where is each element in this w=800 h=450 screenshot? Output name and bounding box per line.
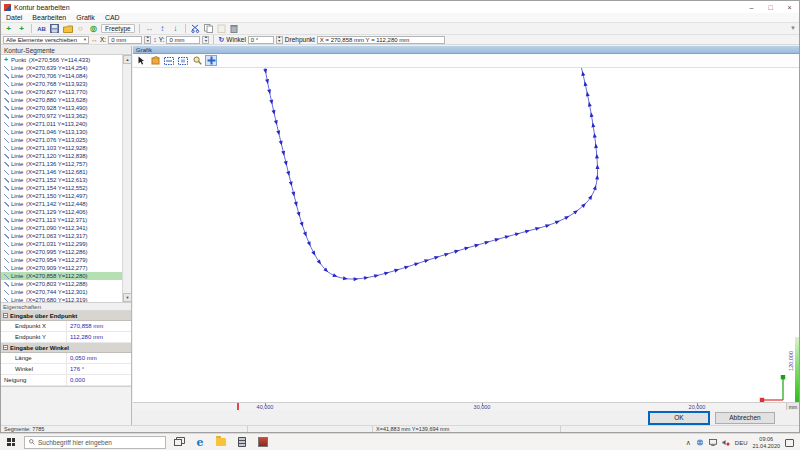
- segment-row[interactable]: Linie (X=270,858 Y=112,280): [1, 272, 122, 280]
- close-button[interactable]: ×: [780, 1, 799, 13]
- action-center-icon[interactable]: [785, 439, 794, 447]
- segment-row[interactable]: Linie (X=271,146 Y=112,681): [1, 168, 122, 176]
- freetype-button[interactable]: Freetype: [101, 24, 135, 33]
- segment-row[interactable]: Linie (X=271,136 Y=112,757): [1, 160, 122, 168]
- segment-row[interactable]: Linie (X=270,706 Y=114,084): [1, 72, 122, 80]
- y-stepper[interactable]: ▲▼: [202, 36, 209, 44]
- segment-row[interactable]: Linie (X=271,090 Y=112,341): [1, 224, 122, 232]
- segment-row[interactable]: Linie (X=271,063 Y=112,317): [1, 232, 122, 240]
- save-icon[interactable]: [49, 24, 60, 34]
- segment-row[interactable]: Linie (X=270,827 Y=113,770): [1, 88, 122, 96]
- volume-muted-icon[interactable]: [722, 439, 730, 446]
- segment-row[interactable]: Linie (X=270,768 Y=113,923): [1, 80, 122, 88]
- target-icon[interactable]: ◎: [88, 24, 99, 34]
- segment-row[interactable]: Linie (X=271,142 Y=112,448): [1, 200, 122, 208]
- clock[interactable]: 09:06 21.04.2020: [752, 436, 780, 449]
- start-button[interactable]: [0, 434, 22, 450]
- segment-list-scrollbar[interactable]: ▲ ▼: [122, 55, 131, 302]
- segment-row[interactable]: Linie (X=271,150 Y=112,497): [1, 192, 122, 200]
- magnifier-icon[interactable]: [191, 55, 203, 66]
- collapse-icon[interactable]: −: [3, 313, 8, 318]
- winkel-stepper[interactable]: ▲▼: [276, 36, 283, 44]
- segment-row[interactable]: Linie (X=270,880 Y=113,628): [1, 96, 122, 104]
- spinner-down-icon[interactable]: ▼: [204, 40, 207, 44]
- drawing-canvas[interactable]: 120,000: [133, 68, 799, 402]
- segment-row[interactable]: Linie (X=270,972 Y=113,362): [1, 112, 122, 120]
- segment-row[interactable]: Linie (X=271,046 Y=113,130): [1, 128, 122, 136]
- dashed-circle-icon[interactable]: ○: [75, 24, 86, 34]
- segment-row[interactable]: Linie (X=271,031 Y=112,299): [1, 240, 122, 248]
- zoom-window-icon[interactable]: [163, 55, 175, 66]
- transform-blue-icon[interactable]: ↕: [157, 24, 168, 34]
- menu-item-bearbeiten[interactable]: Bearbeiten: [27, 13, 71, 23]
- property-value[interactable]: 176 °: [67, 364, 131, 374]
- transform-orange-icon[interactable]: ↔: [144, 24, 155, 34]
- segment-row[interactable]: Linie (X=270,803 Y=112,288): [1, 280, 122, 288]
- open-folder-icon[interactable]: [62, 24, 73, 34]
- text-tool-icon[interactable]: AB: [36, 24, 47, 34]
- segment-row[interactable]: Linie (X=271,129 Y=112,406): [1, 208, 122, 216]
- mode-select[interactable]: Alle Elemente verschieben ▼: [3, 36, 89, 44]
- cancel-button[interactable]: Abbrechen: [715, 412, 775, 424]
- minimize-button[interactable]: –: [742, 1, 761, 13]
- language-indicator[interactable]: DEU: [735, 440, 748, 446]
- zoom-fit-icon[interactable]: [177, 55, 189, 66]
- property-value[interactable]: 112,280 mm: [67, 332, 131, 342]
- network-icon[interactable]: [696, 439, 704, 446]
- taskbar-search-input[interactable]: Suchbegriff hier eingeben: [24, 436, 166, 449]
- segment-row[interactable]: Linie (X=271,152 Y=112,613): [1, 176, 122, 184]
- copy-icon[interactable]: [203, 24, 214, 34]
- scroll-down-icon[interactable]: ▼: [123, 293, 131, 302]
- segment-row[interactable]: Linie (X=271,120 Y=112,838): [1, 152, 122, 160]
- scroll-up-icon[interactable]: ▲: [123, 55, 131, 64]
- maximize-button[interactable]: □: [761, 1, 780, 13]
- spinner-down-icon[interactable]: ▼: [146, 40, 149, 44]
- toolbar-overflow-icon[interactable]: ▼: [790, 25, 796, 31]
- property-group-header[interactable]: −Eingabe über Winkel: [1, 343, 131, 353]
- x-stepper[interactable]: ▲▼: [144, 36, 151, 44]
- segment-row[interactable]: Linie (X=271,154 Y=112,552): [1, 184, 122, 192]
- display-icon[interactable]: [709, 439, 717, 446]
- winkel-input[interactable]: 0 °: [248, 36, 274, 44]
- segment-row[interactable]: Linie (X=270,928 Y=113,490): [1, 104, 122, 112]
- segment-row[interactable]: Linie (X=270,909 Y=112,277): [1, 264, 122, 272]
- segment-row[interactable]: Linie (X=271,011 Y=113,240): [1, 120, 122, 128]
- delete-icon[interactable]: [229, 24, 240, 34]
- segment-row[interactable]: Linie (X=270,954 Y=112,279): [1, 256, 122, 264]
- segment-row[interactable]: Linie (X=271,103 Y=112,928): [1, 144, 122, 152]
- calculator-app-icon[interactable]: [235, 435, 249, 450]
- segment-row[interactable]: +Punkt (X=270,566 Y=114,433): [1, 56, 122, 64]
- cad-app-icon-active[interactable]: [256, 435, 270, 450]
- tray-chevron-icon[interactable]: ∧: [686, 439, 691, 447]
- task-view-icon[interactable]: [172, 435, 186, 450]
- ok-button[interactable]: OK: [649, 412, 709, 424]
- property-value[interactable]: 0,000: [67, 375, 131, 385]
- property-value[interactable]: 270,858 mm: [67, 321, 131, 331]
- y-input[interactable]: 0 mm: [166, 36, 200, 44]
- line-icon: [4, 266, 9, 271]
- property-value[interactable]: 0,050 mm: [67, 353, 131, 363]
- add-point-icon[interactable]: +: [3, 24, 14, 34]
- x-input[interactable]: 0 mm: [108, 36, 142, 44]
- segment-row[interactable]: Linie (X=271,076 Y=113,025): [1, 136, 122, 144]
- segment-row[interactable]: Linie (X=271,113 Y=112,371): [1, 216, 122, 224]
- menu-item-datei[interactable]: Datei: [1, 13, 27, 23]
- select-cursor-icon[interactable]: [135, 55, 147, 66]
- menu-item-grafik[interactable]: Grafik: [71, 13, 100, 23]
- property-group-header[interactable]: −Eingabe über Endpunkt: [1, 311, 131, 321]
- segment-row[interactable]: Linie (X=270,744 Y=112,301): [1, 288, 122, 296]
- add-segment-icon[interactable]: +: [16, 24, 27, 34]
- menu-item-cad[interactable]: CAD: [100, 13, 125, 23]
- collapse-icon[interactable]: −: [3, 345, 8, 350]
- cut-icon[interactable]: [190, 24, 201, 34]
- segment-row[interactable]: Linie (X=270,639 Y=114,254): [1, 64, 122, 72]
- move-tool-icon[interactable]: [205, 55, 217, 66]
- edge-browser-icon[interactable]: e: [193, 435, 207, 450]
- file-explorer-icon[interactable]: [214, 435, 228, 450]
- spinner-down-icon[interactable]: ▼: [278, 40, 281, 44]
- drehpunkt-value[interactable]: X = 270,858 mm Y = 112,280 mm: [317, 36, 445, 44]
- segment-row[interactable]: Linie (X=270,680 Y=112,319): [1, 296, 122, 303]
- pan-icon[interactable]: [149, 55, 161, 66]
- arrow-down-icon[interactable]: ↓: [170, 24, 181, 34]
- segment-row[interactable]: Linie (X=270,995 Y=112,286): [1, 248, 122, 256]
